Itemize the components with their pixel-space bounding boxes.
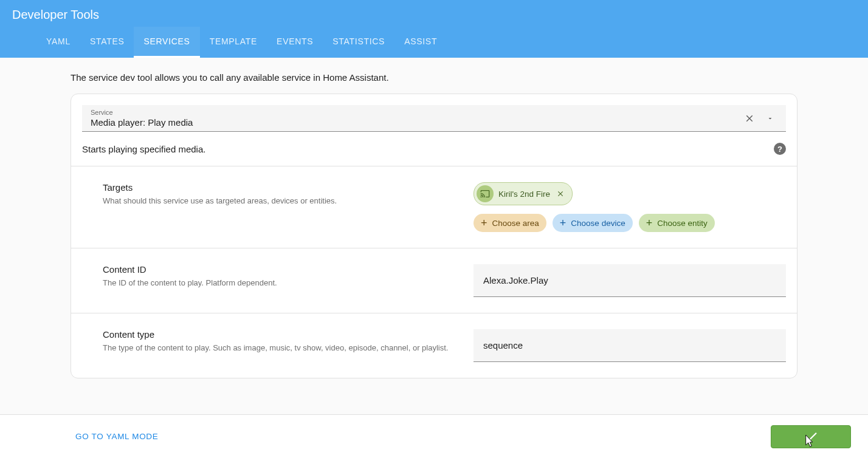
call-service-button[interactable] <box>771 425 851 448</box>
choose-device-chip[interactable]: + Choose device <box>553 214 633 232</box>
tab-events[interactable]: EVENTS <box>267 27 323 58</box>
service-description-row: Starts playing specified media. ? <box>71 132 797 166</box>
service-select-icons <box>742 111 777 126</box>
yaml-mode-link[interactable]: GO TO YAML MODE <box>75 432 159 441</box>
tab-assist[interactable]: ASSIST <box>394 27 447 58</box>
content-id-input[interactable] <box>474 264 786 297</box>
choose-area-chip[interactable]: + Choose area <box>474 214 546 232</box>
clear-icon[interactable] <box>742 111 757 126</box>
intro-text: The service dev tool allows you to call … <box>71 72 797 83</box>
targets-left: Targets What should this service use as … <box>103 182 474 205</box>
cast-icon <box>477 185 494 202</box>
content-type-right <box>474 329 786 362</box>
page-title: Developer Tools <box>0 0 868 24</box>
content-id-help: The ID of the content to play. Platform … <box>103 278 461 287</box>
service-card: Service Media player: Play media Starts … <box>71 94 797 378</box>
service-select[interactable]: Service Media player: Play media <box>82 105 786 132</box>
tabs: YAML STATES SERVICES TEMPLATE EVENTS STA… <box>0 24 868 58</box>
app-header: Developer Tools YAML STATES SERVICES TEM… <box>0 0 868 58</box>
selected-entity-chip[interactable]: Kiril's 2nd Fire <box>474 182 573 205</box>
content-area: The service dev tool allows you to call … <box>0 58 868 378</box>
content-type-title: Content type <box>103 329 461 340</box>
service-select-label: Service <box>91 109 742 116</box>
content-type-help: The type of the content to play. Such as… <box>103 343 461 352</box>
plus-icon: + <box>560 217 567 228</box>
targets-row: Targets What should this service use as … <box>71 166 797 248</box>
tab-template[interactable]: TEMPLATE <box>200 27 267 58</box>
content-id-row: Content ID The ID of the content to play… <box>71 248 797 313</box>
choose-entity-chip[interactable]: + Choose entity <box>639 214 715 232</box>
plus-icon: + <box>481 217 487 228</box>
choose-entity-label: Choose entity <box>657 219 708 228</box>
tab-yaml[interactable]: YAML <box>36 27 80 58</box>
content-id-right <box>474 264 786 297</box>
help-icon[interactable]: ? <box>774 143 786 155</box>
selected-entity-label: Kiril's 2nd Fire <box>498 190 550 199</box>
service-description: Starts playing specified media. <box>82 144 774 154</box>
targets-right: Kiril's 2nd Fire + Choose area + Choose … <box>474 182 786 232</box>
content-id-title: Content ID <box>103 264 461 275</box>
choose-area-label: Choose area <box>492 219 539 228</box>
plus-icon: + <box>646 217 653 228</box>
dropdown-icon[interactable] <box>763 111 777 126</box>
check-icon <box>803 429 819 445</box>
service-select-text: Service Media player: Play media <box>91 109 742 128</box>
content-type-left: Content type The type of the content to … <box>103 329 474 352</box>
targets-title: Targets <box>103 182 461 193</box>
tab-services[interactable]: SERVICES <box>134 27 199 58</box>
target-pickers: + Choose area + Choose device + Choose e… <box>474 214 715 232</box>
tab-statistics[interactable]: STATISTICS <box>323 27 394 58</box>
content-id-left: Content ID The ID of the content to play… <box>103 264 474 287</box>
content-type-input[interactable] <box>474 329 786 362</box>
service-select-value: Media player: Play media <box>91 117 742 128</box>
tab-states[interactable]: STATES <box>80 27 134 58</box>
remove-entity-icon[interactable] <box>555 190 566 198</box>
choose-device-label: Choose device <box>571 219 625 228</box>
targets-help: What should this service use as targeted… <box>103 196 461 205</box>
content-type-row: Content type The type of the content to … <box>71 313 797 378</box>
bottom-bar: GO TO YAML MODE <box>0 414 868 458</box>
